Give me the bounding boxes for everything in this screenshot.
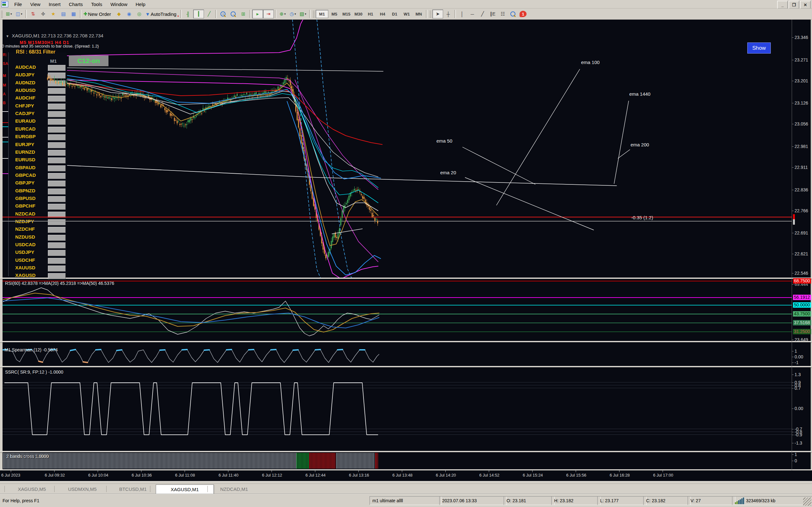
minimize-button[interactable]: _ [777,1,788,9]
chart-shift-button[interactable]: ⇥ [263,9,274,18]
bar-chart-button[interactable]: ╢ [183,10,193,18]
symbol-button-nzdusd[interactable] [48,235,66,241]
search-tool[interactable] [508,10,518,18]
symbol-button-euraud[interactable] [48,119,66,125]
new-chart-button[interactable]: ⊞▾ [4,10,14,18]
autotrading-button[interactable]: ▼●AutoTrading [144,10,179,18]
annotation-ema-20[interactable]: ema 20 [440,170,456,175]
auto-scroll-button[interactable]: ▸ [252,9,263,18]
menu-tools[interactable]: Tools [87,1,106,8]
experts-button[interactable]: ◉ [124,10,134,18]
symbol-label-gbpnzd[interactable]: GBPNZD [15,188,35,193]
close-button[interactable]: ✕ [800,1,811,9]
symbol-button-eurgbp[interactable] [48,134,66,140]
symbol-label-eurcad[interactable]: EURCAD [15,126,36,131]
indicators-button[interactable]: ⊕▾ [277,10,288,18]
candlestick-button[interactable]: ▕▏ [193,9,204,18]
symbol-label-euraud[interactable]: EURAUD [15,118,36,124]
tile-windows-button[interactable]: ⊞ [238,10,248,18]
symbol-button-gbpjpy[interactable] [48,181,66,187]
symbol-label-usdchf[interactable]: USDCHF [15,257,35,263]
chart-tab-nzdcad-m1[interactable]: NZDCAD,M1 [213,485,255,493]
symbol-label-nzdchf[interactable]: NZDCHF [15,226,35,232]
symbol-label-eurjpy[interactable]: EURJPY [15,142,34,147]
menu-window[interactable]: Window [106,1,131,8]
menu-insert[interactable]: Insert [44,1,65,8]
symbol-button-xagusd[interactable] [48,273,66,279]
symbol-button-xauusd[interactable] [48,266,66,272]
symbol-label-audusd[interactable]: AUDUSD [15,88,36,93]
symbol-button-usdchf[interactable] [48,258,66,264]
symbol-button-usdjpy[interactable] [48,250,66,256]
symbol-label-audchf[interactable]: AUDCHF [15,95,35,101]
symbol-label-nzdusd[interactable]: NZDUSD [15,234,35,239]
market-watch-button[interactable]: ⇅ [28,10,38,18]
profiles-button[interactable]: ◫▾ [14,10,24,18]
resize-grip[interactable] [803,498,811,506]
symbol-button-gbpcad[interactable] [48,173,66,179]
restore-button[interactable]: ❐ [789,1,799,9]
symbol-label-eurgbp[interactable]: EURGBP [15,134,36,139]
symbol-label-gbpusd[interactable]: GBPUSD [15,195,36,201]
symbol-button-gbpusd[interactable] [48,196,66,202]
periods-button[interactable]: ◷▾ [288,10,298,18]
crosshair-tool[interactable]: ┼ [443,10,453,18]
chart-tab-xagusd-m1[interactable]: XAGUSD,M1 [156,485,214,494]
terminal-button[interactable]: ▤ [58,10,68,18]
symbol-label-gbpcad[interactable]: GBPCAD [15,172,36,178]
symbol-label-gbpchf[interactable]: GBPCHF [15,203,35,209]
chart-tab-usdmxn-m5[interactable]: USDMXN,M5 [60,485,105,493]
menu-charts[interactable]: Charts [65,1,87,8]
symbol-button-nzdjpy[interactable] [48,219,66,225]
zoom-out-button[interactable]: - [228,10,238,18]
menu-help[interactable]: Help [132,1,150,8]
symbol-button-gbpaud[interactable] [48,165,66,171]
symbol-button-eurcad[interactable] [48,127,66,133]
symbol-button-audusd[interactable] [48,88,66,94]
timeframe-m30-button[interactable]: M30 [352,10,364,18]
symbol-label-eurusd[interactable]: EURUSD [15,157,35,162]
symbol-button-gbpnzd[interactable] [48,188,66,194]
symbol-label-chfjpy[interactable]: CHFJPY [15,103,34,108]
metaeditor-button[interactable]: ◆ [114,10,124,18]
symbol-label-xauusd[interactable]: XAUUSD [15,265,35,270]
symbol-label-audjpy[interactable]: AUDJPY [15,72,35,77]
trendline-tool[interactable]: ╱ [477,10,488,18]
timeframe-m1-button[interactable]: M1 [316,10,328,18]
symbol-label-xagusd[interactable]: XAGUSD [15,273,36,278]
timeframe-mn-button[interactable]: MN [413,10,425,18]
timeframe-h4-button[interactable]: H4 [376,10,389,18]
notifications-balloon[interactable]: 1 [518,10,528,18]
symbol-button-audcad[interactable] [48,65,66,71]
symbol-button-chfjpy[interactable] [48,104,66,110]
symbol-button-eurjpy[interactable] [48,142,66,148]
symbol-label-audcad[interactable]: AUDCAD [15,64,36,70]
show-button[interactable]: Show [747,43,771,54]
new-order-button[interactable]: ✚New Order [83,10,114,18]
line-chart-button[interactable]: ╱ [204,10,214,18]
symbol-label-cadjpy[interactable]: CADJPY [15,111,35,116]
symbol-button-nzdchf[interactable] [48,227,66,233]
timeframe-w1-button[interactable]: W1 [401,10,413,18]
objects-list-tool[interactable]: ☷ [498,10,508,18]
timeframe-h1-button[interactable]: H1 [364,10,376,18]
symbol-button-audjpy[interactable] [48,72,66,78]
menu-view[interactable]: View [26,1,44,8]
symbol-label-eurnzd[interactable]: EURNZD [15,149,35,155]
symbol-label-audnzd[interactable]: AUDNZD [15,80,35,85]
symbol-button-audnzd[interactable] [48,80,66,87]
timeframe-m5-button[interactable]: M5 [328,10,340,18]
signals-button[interactable]: ◎ [134,10,144,18]
data-window-button[interactable]: ✤ [38,10,48,18]
chart-tab-xagusd-m5[interactable]: XAGUSD,M5 [10,485,54,493]
cursor-tool[interactable]: ➤ [432,9,443,18]
equidistant-channel-tool[interactable]: ∥E [488,10,498,18]
symbol-button-gbpchf[interactable] [48,204,66,210]
c12-toggle[interactable]: C12-on [69,55,108,66]
templates-button[interactable]: ▧▾ [298,10,308,18]
symbol-button-eurusd[interactable] [48,158,66,164]
menu-file[interactable]: File [10,1,26,8]
symbol-label-usdjpy[interactable]: USDJPY [15,249,34,255]
symbol-label-gbpaud[interactable]: GBPAUD [15,165,36,170]
symbol-label-gbpjpy[interactable]: GBPJPY [15,180,35,185]
